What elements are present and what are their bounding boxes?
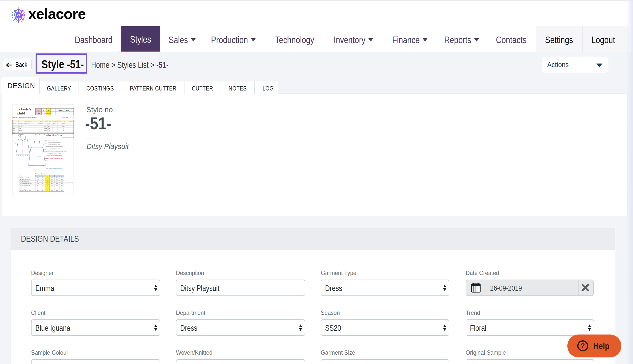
- svg-text:* 5cm to join frills, flatstit: * 5cm to join frills, flatstitch hems: [47, 155, 62, 156]
- svg-text:0.8mm: 0.8mm: [44, 130, 47, 131]
- svg-text:14.3: 14.3: [51, 179, 53, 180]
- svg-text:19: 19: [42, 185, 43, 186]
- svg-text:* Tape pkt openings & necks: * Tape pkt openings & necks: [48, 142, 61, 143]
- svg-text:Qty: Qty: [64, 121, 65, 122]
- svg-text:is from insert to insert with: is from insert to insert with 5cm adjust…: [45, 169, 64, 171]
- svg-text:Zip: Zip: [13, 132, 14, 133]
- svg-text:1/2 Back Neck Tape:: 1/2 Back Neck Tape:: [22, 185, 30, 186]
- svg-text:16: 16: [47, 181, 48, 182]
- svg-text:41.5: 41.5: [61, 187, 63, 188]
- svg-text:Invisible Zip: Invisible Zip: [19, 134, 23, 135]
- svg-text:28: 28: [52, 189, 53, 190]
- svg-text:30: 30: [39, 134, 40, 135]
- svg-text:G: G: [20, 189, 21, 190]
- svg-text:H: H: [47, 160, 47, 161]
- svg-text:Gather Back Hem Frills:: Gather Back Hem Frills:: [22, 190, 32, 191]
- svg-text:33.2: 33.2: [42, 183, 43, 184]
- svg-text:* Binding, Straps with ring &: * Binding, Straps with ring & adjusters: [45, 146, 63, 147]
- svg-text:B: B: [20, 179, 21, 180]
- svg-text:Description: Leana Ditsy Romp: Description: Leana Ditsy Romper: [13, 116, 38, 118]
- svg-text:1: 1: [43, 109, 44, 111]
- svg-text:Costing: Costing: [69, 121, 72, 122]
- svg-text:29: 29: [61, 189, 62, 190]
- svg-text:Fuse (Facings & Straps): Fuse (Facings & Straps): [19, 125, 28, 126]
- svg-text:2: 2: [48, 109, 49, 111]
- svg-text:30: 30: [37, 187, 38, 188]
- svg-text:17: 17: [57, 181, 58, 182]
- svg-text:Pink: Pink: [48, 130, 50, 131]
- svg-text:A: A: [20, 177, 21, 178]
- svg-text:30: 30: [35, 134, 36, 135]
- svg-text:12: 12: [48, 132, 49, 133]
- svg-text:13.8: 13.8: [37, 177, 39, 178]
- svg-text:* Darts marked 1/2” short: * Darts marked 1/2” short: [48, 144, 61, 145]
- svg-text:C: C: [14, 141, 15, 142]
- svg-text:23cm: 23cm: [44, 132, 46, 133]
- svg-text:37.3: 37.3: [42, 190, 43, 191]
- svg-text:13.4: 13.4: [42, 177, 43, 178]
- svg-text:Size: 10: Size: 10: [62, 116, 68, 118]
- svg-text:H: H: [20, 190, 21, 191]
- svg-text:27: 27: [37, 189, 38, 190]
- svg-text:Stay Tape: Stay Tape: [19, 126, 23, 127]
- svg-text:Pkt Mouths Tape:: Pkt Mouths Tape:: [22, 181, 29, 182]
- svg-text:Price p/m: Price p/m: [58, 121, 61, 122]
- svg-text:31.1.2019: 31.1.2019: [42, 113, 46, 114]
- svg-text:12.9: 12.9: [42, 179, 43, 180]
- svg-text:Size: Size: [45, 121, 47, 122]
- svg-text:16: 16: [61, 175, 62, 177]
- svg-text:?: ?: [581, 342, 585, 350]
- svg-text:* Invisible zip in cb seam: * Invisible zip in cb seam: [48, 147, 60, 149]
- svg-text:20: 20: [47, 185, 48, 186]
- svg-text:35.9: 35.9: [37, 190, 39, 191]
- svg-text:Leana Ditsy Viscose Crinkle: Leana Ditsy Viscose Crinkle: [19, 123, 30, 124]
- svg-text:Pink: Pink: [48, 128, 50, 129]
- svg-text:CB Zip opening:: CB Zip opening:: [22, 189, 29, 190]
- svg-text:40.5: 40.5: [51, 187, 53, 188]
- svg-text:* 1/4” to bag out tape edges,: * 1/4” to bag out tape edges, 5cm to bag…: [43, 149, 66, 150]
- svg-text:50 cm: 50 cm: [53, 125, 55, 126]
- svg-text:3: 3: [53, 109, 54, 111]
- svg-text:14: 14: [56, 175, 58, 177]
- svg-text:37.8: 37.8: [56, 183, 58, 184]
- svg-text:Other: Other: [13, 128, 15, 129]
- svg-text:C: C: [20, 181, 21, 182]
- svg-text:22.5: 22.5: [56, 185, 58, 186]
- svg-text:31.9: 31.9: [37, 183, 39, 184]
- svg-text:40: 40: [47, 187, 48, 188]
- svg-text:* Double/flat stitch on stay t: * Double/flat stitch on stay to reinforc…: [45, 140, 63, 141]
- svg-text:10: 10: [47, 175, 48, 177]
- svg-text:13.6: 13.6: [46, 179, 48, 180]
- svg-text:39.9: 39.9: [61, 183, 63, 184]
- svg-text:29: 29: [57, 189, 58, 190]
- svg-text:* Strap length *: * Strap length *: [22, 187, 28, 188]
- svg-text:Total: Total: [63, 137, 65, 138]
- svg-text:White: White: [48, 126, 50, 127]
- svg-text:36.15: 36.15: [51, 183, 53, 184]
- svg-text:14: 14: [47, 177, 48, 178]
- svg-text:34.5: 34.5: [46, 183, 48, 184]
- svg-text:Supplier: Supplier: [40, 121, 43, 122]
- svg-text:0.8mm: 0.8mm: [44, 128, 47, 129]
- svg-text:Gather Front Hem Frills:: Gather Front Hem Frills:: [22, 183, 32, 184]
- svg-text:15.2: 15.2: [56, 179, 58, 180]
- svg-text:41: 41: [57, 187, 58, 188]
- svg-text:E: E: [20, 185, 21, 186]
- svg-text:16.2: 16.2: [61, 179, 63, 180]
- svg-text:Other: Other: [13, 130, 15, 131]
- svg-text:x2: x2: [63, 128, 64, 129]
- svg-text:103 cm: 103 cm: [62, 123, 65, 124]
- svg-text:Invisible: Invisible: [19, 132, 22, 133]
- svg-text:Product reference: Product reference: [24, 121, 31, 122]
- svg-text:14: 14: [53, 132, 54, 133]
- svg-text:41.8: 41.8: [56, 190, 58, 191]
- svg-text:D: D: [20, 183, 21, 184]
- svg-text:* 5cm seams to 5-thread: * 5cm seams to 5-thread: [48, 138, 60, 140]
- svg-text:Fuse: Fuse: [13, 125, 15, 126]
- svg-text:A: A: [18, 135, 19, 136]
- svg-text:child: child: [17, 111, 25, 115]
- svg-text:21.25: 21.25: [51, 185, 53, 186]
- svg-text:12.2: 12.2: [37, 179, 39, 180]
- svg-text:27: 27: [42, 189, 43, 190]
- svg-text:Make Instructions: Make Instructions: [46, 134, 62, 137]
